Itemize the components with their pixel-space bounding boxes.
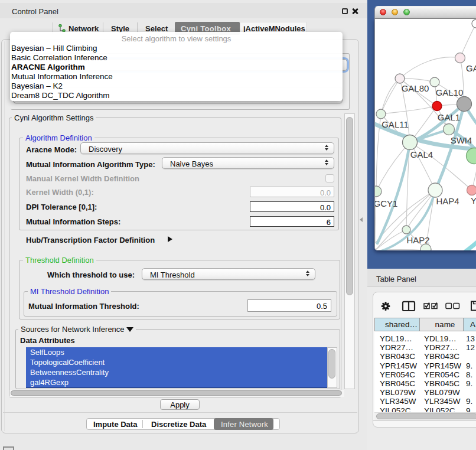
svg-text:SWI4: SWI4 <box>451 135 472 145</box>
svg-text:GAL1: GAL1 <box>438 112 460 122</box>
svg-text:GCY1: GCY1 <box>375 198 397 208</box>
svg-text:GAL10: GAL10 <box>436 87 464 97</box>
svg-text:GAL80: GAL80 <box>402 83 429 93</box>
svg-text:Y: Y <box>471 195 476 206</box>
svg-text:HAP2: HAP2 <box>406 235 429 245</box>
svg-text:GAL4: GAL4 <box>410 149 433 159</box>
svg-text:GAL11: GAL11 <box>382 119 409 129</box>
svg-text:HAP4: HAP4 <box>436 196 459 206</box>
svg-text:GAL7: GAL7 <box>466 63 476 73</box>
